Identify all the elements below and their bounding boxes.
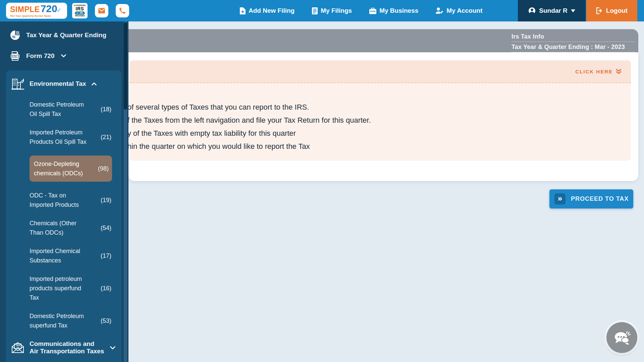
item-count: (18): [101, 105, 111, 114]
irs-badge-irs: IRS: [76, 6, 84, 11]
chevron-up-icon: [92, 82, 97, 85]
left-sidebar: % Tax Year & Quarter Ending F720 Form 72…: [0, 21, 128, 362]
double-arrow-right-icon: »: [554, 193, 566, 204]
sidebar-item-imported-petroleum-products-oil-spill-tax[interactable]: Imported Petroleum Products Oil Spill Ta…: [30, 128, 115, 146]
sidebar-item-label: Form 720: [26, 52, 54, 60]
simple720-logo[interactable]: SIMPLE 720 ✓ File Your Quarterly Excise …: [6, 3, 67, 19]
nav-label: My Filings: [321, 7, 352, 14]
phone-icon: [119, 7, 126, 14]
nav-add-new-filing[interactable]: Add New Filing: [240, 7, 294, 14]
sidebar-item-tax-year-quarter[interactable]: % Tax Year & Quarter Ending: [0, 30, 128, 40]
user-name: Sundar R: [539, 7, 567, 14]
logout-icon: [596, 7, 603, 14]
chat-widget-button[interactable]: [606, 322, 637, 353]
svg-text:TAX: TAX: [16, 344, 20, 347]
factory-building-icon: [11, 78, 24, 90]
chevron-down-icon: [61, 54, 66, 58]
nav-my-business[interactable]: My Business: [369, 7, 418, 14]
svg-text:F720: F720: [12, 55, 17, 57]
phone-button[interactable]: [116, 4, 129, 17]
irs-tax-info-block: Irs Tax Info Tax Year & Quarter Ending :…: [512, 33, 635, 52]
form-720-printer-icon: F720: [10, 51, 20, 61]
email-button[interactable]: [95, 4, 108, 17]
item-count: (21): [101, 132, 111, 142]
item-count: (16): [101, 284, 111, 293]
item-count: (53): [101, 316, 111, 325]
user-circle-icon: [528, 7, 536, 14]
double-chevron-down-icon: [616, 69, 622, 74]
document-list-icon: [312, 7, 318, 14]
sidebar-item-domestic-petroleum-superfund-tax[interactable]: Domestic Petroleum superfund Tax (53): [30, 311, 115, 330]
item-count: (19): [101, 195, 111, 205]
tax-year-quarter-value: Tax Year & Quarter Ending : Mar - 2023: [512, 44, 635, 52]
logout-label: Logout: [606, 7, 628, 14]
sidebar-item-odc-tax-on-imported-products[interactable]: ODC - Tax on Imported Products (19): [30, 191, 115, 209]
user-menu[interactable]: Sundar R: [518, 0, 586, 21]
proceed-label: PROCEED TO TAX: [571, 195, 629, 202]
file-plus-icon: [240, 7, 246, 14]
notice-text-line: f the Taxes from the left navigation and…: [128, 114, 631, 127]
irs-tax-info-title: Irs Tax Info: [512, 33, 635, 42]
top-header-bar: SIMPLE 720 ✓ File Your Quarterly Excise …: [0, 0, 644, 21]
logo-word: SIMPLE: [10, 6, 40, 13]
nav-my-account[interactable]: My Account: [436, 7, 482, 14]
section-label: Environmental Tax: [30, 80, 86, 87]
click-here-link[interactable]: CLICK HERE: [575, 69, 622, 74]
proceed-to-tax-button[interactable]: » PROCEED TO TAX: [549, 189, 633, 208]
svg-text:=$=: =$=: [16, 347, 20, 349]
main-content: Irs Tax Info Tax Year & Quarter Ending :…: [128, 21, 644, 362]
sidebar-item-imported-petroleum-products-superfund-tax[interactable]: Imported petroleum products superfund Ta…: [30, 274, 115, 302]
sidebar-item-imported-chemical-substances[interactable]: Imported Chemical Substances (17): [30, 246, 115, 265]
sidebar-item-form-720[interactable]: F720 Form 720: [0, 51, 128, 61]
item-count: (98): [98, 164, 109, 173]
logout-button[interactable]: Logout: [586, 0, 637, 21]
logo-number: 720: [41, 4, 57, 14]
chat-bubbles-icon: [612, 329, 631, 346]
irs-badge-provider: PROVIDER: [75, 15, 85, 17]
environmental-tax-panel: Environmental Tax Domestic Petroleum Oil…: [6, 70, 121, 362]
user-edit-icon: [436, 7, 443, 14]
irs-efile-provider-badge: AUTHORIZED IRS e - file PROVIDER: [72, 3, 88, 18]
notice-header: CLICK HERE: [129, 60, 631, 83]
pie-chart-percent-icon: %: [10, 30, 20, 40]
notice-text-line: of several types of Taxes that you can r…: [128, 101, 631, 114]
nav-my-filings[interactable]: My Filings: [312, 7, 352, 14]
svg-text:%: %: [12, 35, 15, 39]
notice-text-line: hin the quarter on which you would like …: [128, 140, 631, 153]
sidebar-item-domestic-petroleum-oil-spill-tax[interactable]: Domestic Petroleum Oil Spill Tax (18): [30, 100, 115, 119]
irs-badge-efile: e - file: [75, 11, 85, 15]
sidebar-item-label: Tax Year & Quarter Ending: [26, 32, 106, 39]
chevron-down-icon: [571, 9, 575, 12]
main-navigation: Add New Filing My Filings My Business My…: [240, 7, 482, 14]
chevron-down-icon: [110, 346, 115, 350]
section-communications-air-transportation-taxes[interactable]: TAX=$= Communications and Air Transporta…: [11, 340, 116, 355]
notice-text-line: y of the Taxes with empty tax liability …: [128, 127, 631, 140]
nav-label: My Business: [379, 7, 418, 14]
item-count: (54): [101, 223, 111, 233]
envelope-icon: [98, 8, 105, 14]
notice-box: CLICK HERE of several types of Taxes tha…: [129, 60, 631, 160]
content-card: CLICK HERE of several types of Taxes tha…: [128, 52, 638, 181]
logo-tagline: File Your Quarterly Excise Taxes: [10, 14, 64, 17]
notice-body: of several types of Taxes that you can r…: [129, 83, 631, 153]
logo-check-icon: ✓: [57, 7, 61, 13]
item-count: (17): [101, 251, 111, 260]
envelope-tax-icon: TAX=$=: [11, 342, 24, 353]
briefcase-icon: [369, 8, 376, 14]
section-label: Communications and Air Transportation Ta…: [30, 340, 104, 355]
sidebar-item-chemicals-other-than-odcs[interactable]: Chemicals (Other Than ODCs) (54): [30, 219, 115, 237]
nav-label: Add New Filing: [249, 7, 294, 14]
section-environmental-tax[interactable]: Environmental Tax: [11, 78, 116, 90]
irs-tax-info-band: Irs Tax Info Tax Year & Quarter Ending :…: [128, 29, 638, 52]
nav-label: My Account: [446, 7, 482, 14]
sidebar-scrollbar-thumb[interactable]: [124, 22, 127, 110]
sidebar-item-ozone-depleting-chemicals-selected[interactable]: Ozone-Depleting chemicals (ODCs) (98): [30, 156, 112, 182]
click-here-label: CLICK HERE: [575, 69, 613, 74]
